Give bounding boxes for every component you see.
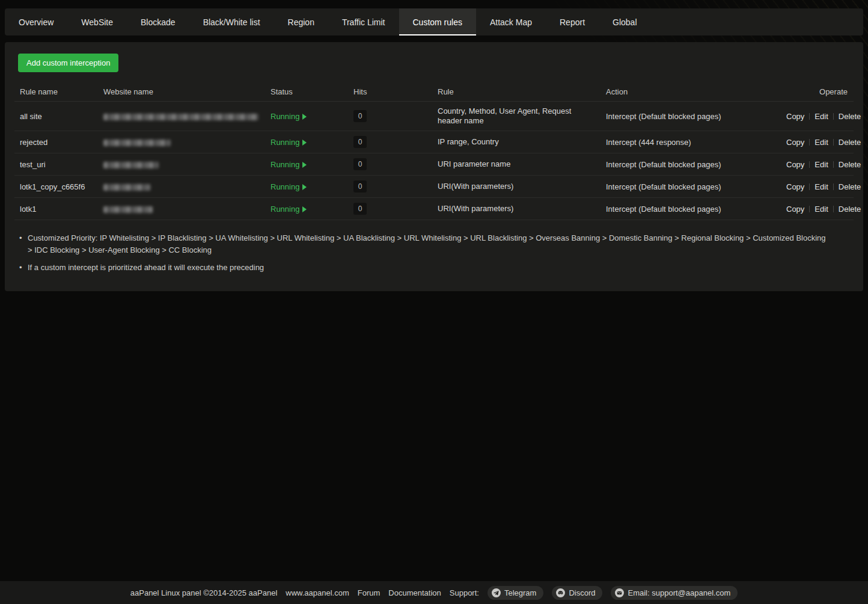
email-support-button[interactable]: Email: support@aapanel.com: [611, 586, 738, 600]
website-name-redacted: [103, 184, 150, 191]
website-name-cell: [98, 177, 265, 196]
status-cell: Running: [265, 200, 348, 218]
operate-divider: [833, 206, 834, 212]
website-name-cell: [98, 200, 265, 218]
header-action: Action: [601, 82, 781, 101]
action-cell: Intercept (Default blocked pages): [601, 107, 781, 126]
operate-cell: CopyEditDelete: [781, 107, 867, 126]
header-hits: Hits: [348, 82, 432, 101]
hits-badge: 0: [353, 110, 367, 122]
edit-button[interactable]: Edit: [815, 182, 828, 191]
table-row: test_uri Running 0 URI parameter name In…: [14, 153, 854, 176]
operate-cell: CopyEditDelete: [781, 200, 867, 218]
footer-documentation-link[interactable]: Documentation: [388, 588, 441, 597]
rule-name-cell: test_uri: [14, 155, 98, 174]
add-custom-interception-button[interactable]: Add custom interception: [18, 54, 118, 72]
tab-black-white-list[interactable]: Black/White list: [189, 8, 274, 35]
action-cell: Intercept (444 response): [601, 133, 781, 152]
discord-button[interactable]: Discord: [552, 586, 602, 600]
tab-global[interactable]: Global: [599, 8, 650, 35]
website-name-cell: [98, 107, 265, 126]
note-priority: Customized Priority: IP Whitelisting > I…: [18, 232, 830, 256]
delete-button[interactable]: Delete: [839, 205, 861, 214]
status-cell: Running: [265, 177, 348, 196]
header-operate: Operate: [781, 82, 854, 101]
note-execution: If a custom intercept is prioritized ahe…: [18, 262, 830, 274]
tab-report[interactable]: Report: [546, 8, 599, 35]
notes-list: Customized Priority: IP Whitelisting > I…: [18, 232, 848, 274]
hits-badge: 0: [353, 136, 367, 148]
status-running-label: Running: [270, 182, 299, 191]
hits-badge: 0: [353, 203, 367, 215]
hits-cell: 0: [348, 198, 432, 220]
play-icon: [302, 184, 307, 190]
delete-button[interactable]: Delete: [839, 112, 861, 121]
table-row: rejected Running 0 IP range, Country Int…: [14, 131, 854, 153]
operate-divider: [833, 113, 834, 120]
footer-site-link[interactable]: www.aapanel.com: [286, 588, 349, 597]
play-icon: [302, 140, 307, 146]
rule-cell: Country, Method, User Agent, Request hea…: [432, 102, 601, 131]
table-row: lotk1_copy_c665f6 Running 0 URI(With par…: [14, 176, 854, 198]
tab-attack-map[interactable]: Attack Map: [476, 8, 546, 35]
status-cell: Running: [265, 107, 348, 126]
rule-cell: URI(With parameters): [432, 177, 601, 196]
copy-button[interactable]: Copy: [786, 138, 804, 147]
operate-divider: [809, 113, 810, 120]
edit-button[interactable]: Edit: [815, 112, 828, 121]
email-icon: [615, 588, 624, 597]
status-running-label: Running: [270, 205, 299, 214]
footer-bar: aaPanel Linux panel ©2014-2025 aaPanel w…: [0, 581, 868, 604]
operate-divider: [833, 161, 834, 168]
delete-button[interactable]: Delete: [839, 138, 861, 147]
operate-cell: CopyEditDelete: [781, 155, 867, 174]
operate-divider: [809, 206, 810, 212]
discord-label: Discord: [569, 588, 595, 597]
delete-button[interactable]: Delete: [839, 182, 861, 191]
operate-divider: [833, 183, 834, 190]
play-icon: [302, 162, 307, 168]
edit-button[interactable]: Edit: [815, 138, 828, 147]
website-name-cell: [98, 133, 265, 152]
tab-website[interactable]: WebSite: [67, 8, 127, 35]
rule-name-cell: rejected: [14, 133, 98, 152]
website-name-redacted: [103, 114, 258, 120]
table-header-row: Rule name Website name Status Hits Rule …: [14, 82, 854, 102]
header-status: Status: [265, 82, 348, 101]
hits-cell: 0: [348, 176, 432, 197]
telegram-icon: [492, 588, 501, 597]
operate-cell: CopyEditDelete: [781, 177, 867, 196]
copy-button[interactable]: Copy: [786, 182, 804, 191]
copy-button[interactable]: Copy: [786, 160, 804, 169]
delete-button[interactable]: Delete: [839, 160, 861, 169]
rules-table: Rule name Website name Status Hits Rule …: [14, 82, 854, 220]
operate-divider: [809, 183, 810, 190]
rule-cell: URI parameter name: [432, 155, 601, 174]
footer-forum-link[interactable]: Forum: [358, 588, 381, 597]
tab-overview[interactable]: Overview: [5, 8, 67, 35]
action-cell: Intercept (Default blocked pages): [601, 200, 781, 218]
copy-button[interactable]: Copy: [786, 112, 804, 121]
edit-button[interactable]: Edit: [815, 160, 828, 169]
website-name-redacted: [103, 206, 153, 213]
header-website-name: Website name: [98, 82, 265, 101]
hits-cell: 0: [348, 153, 432, 175]
rule-name-cell: lotk1: [14, 200, 98, 218]
edit-button[interactable]: Edit: [815, 205, 828, 214]
play-icon: [302, 206, 307, 212]
tab-traffic-limit[interactable]: Traffic Limit: [328, 8, 399, 35]
tab-region[interactable]: Region: [274, 8, 328, 35]
action-cell: Intercept (Default blocked pages): [601, 177, 781, 196]
telegram-label: Telegram: [504, 588, 536, 597]
website-name-cell: [98, 155, 265, 174]
footer-support-label: Support:: [450, 588, 479, 597]
discord-icon: [556, 588, 565, 597]
telegram-button[interactable]: Telegram: [487, 586, 543, 600]
copy-button[interactable]: Copy: [786, 205, 804, 214]
tab-custom-rules[interactable]: Custom rules: [399, 8, 476, 35]
tab-blockade[interactable]: Blockade: [127, 8, 189, 35]
operate-divider: [809, 161, 810, 168]
status-running-label: Running: [270, 112, 299, 121]
header-rule-name: Rule name: [14, 82, 98, 101]
operate-divider: [833, 139, 834, 146]
